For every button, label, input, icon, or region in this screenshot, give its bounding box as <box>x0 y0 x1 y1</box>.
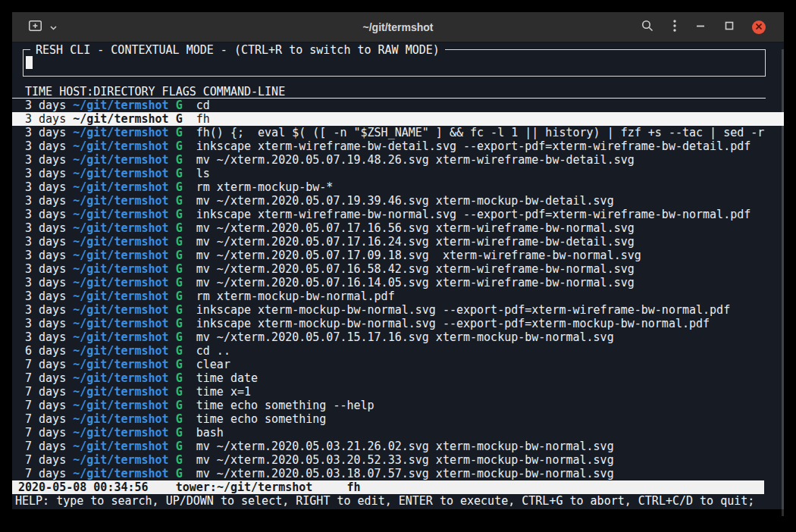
row-time: 7 days <box>25 440 66 453</box>
history-row[interactable]: 7 days ~/git/termshot G bash <box>12 426 784 440</box>
row-flag: G <box>176 399 183 412</box>
row-command: mv ~/xterm.2020.05.07.17.16.56.svg xterm… <box>196 221 635 235</box>
row-command: mv ~/xterm.2020.05.03.18.07.57.svg xterm… <box>196 467 614 480</box>
row-flag: G <box>176 385 183 399</box>
terminal-window: ~/git/termshot <box>12 12 784 509</box>
row-directory: ~/git/termshot <box>73 317 168 330</box>
history-row[interactable]: 7 days ~/git/termshot G time x=1 <box>12 385 784 399</box>
row-command: inkscape xterm-wireframe-bw-normal.svg -… <box>196 208 751 221</box>
history-row[interactable]: 7 days ~/git/termshot G time echo someth… <box>12 412 784 426</box>
history-row[interactable]: 7 days ~/git/termshot G time date <box>12 371 784 385</box>
history-row[interactable]: 7 days ~/git/termshot G mv ~/xterm.2020.… <box>12 467 784 480</box>
row-directory: ~/git/termshot <box>73 112 168 126</box>
row-flag: G <box>176 358 183 371</box>
row-flag: G <box>176 208 183 221</box>
scrollbar[interactable] <box>782 49 784 516</box>
row-time: 3 days <box>25 126 66 139</box>
row-time: 3 days <box>25 262 66 276</box>
history-row[interactable]: 7 days ~/git/termshot G time echo someth… <box>12 399 784 412</box>
row-directory: ~/git/termshot <box>73 330 168 344</box>
row-command: mv ~/xterm.2020.05.07.19.48.26.svg xterm… <box>196 153 635 167</box>
restore-button[interactable] <box>723 20 735 34</box>
history-row[interactable]: 3 days ~/git/termshot G fh() {; eval $( … <box>12 126 784 139</box>
row-directory: ~/git/termshot <box>73 440 168 453</box>
history-row[interactable]: 3 days ~/git/termshot G inkscape xterm-m… <box>12 303 784 317</box>
row-command: mv ~/xterm.2020.05.07.17.16.24.svg xterm… <box>196 235 635 249</box>
row-flag: G <box>176 276 183 289</box>
row-command: mv ~/xterm.2020.05.03.20.52.33.svg xterm… <box>196 453 614 467</box>
history-row[interactable]: 3 days ~/git/termshot G rm xterm-mockup-… <box>12 180 784 194</box>
history-row[interactable]: 6 days ~/git/termshot G cd .. <box>12 344 784 358</box>
row-directory: ~/git/termshot <box>73 126 168 139</box>
row-flag: G <box>176 112 183 126</box>
history-row[interactable]: 3 days ~/git/termshot G mv ~/xterm.2020.… <box>12 153 784 167</box>
history-row[interactable]: 3 days ~/git/termshot G mv ~/xterm.2020.… <box>12 249 784 262</box>
row-directory: ~/git/termshot <box>73 303 168 317</box>
row-time: 3 days <box>25 139 66 153</box>
row-command: fh() {; eval $( ([ -n "$ZSH_NAME" ] && f… <box>196 126 765 139</box>
history-row[interactable]: 7 days ~/git/termshot G mv ~/xterm.2020.… <box>12 453 784 467</box>
row-time: 7 days <box>25 453 66 467</box>
row-time: 3 days <box>25 289 66 303</box>
row-directory: ~/git/termshot <box>73 249 168 262</box>
search-icon <box>641 20 653 34</box>
history-header: TIME HOST:DIRECTORY FLAGS COMMAND-LINE <box>12 85 766 99</box>
resh-search-box[interactable]: RESH CLI - CONTEXTUAL MODE - (CTRL+R to … <box>23 49 766 77</box>
row-command: rm xterm-mockup-bw-normal.pdf <box>196 289 395 303</box>
help-bar: HELP: type to search, UP/DOWN to select,… <box>12 494 784 508</box>
row-directory: ~/git/termshot <box>73 194 168 208</box>
row-flag: G <box>176 453 183 467</box>
new-tab-button[interactable] <box>27 19 43 35</box>
minimize-button[interactable] <box>694 20 707 34</box>
history-row[interactable]: 3 days ~/git/termshot G mv ~/xterm.2020.… <box>12 235 784 249</box>
history-row[interactable]: 3 days ~/git/termshot G mv ~/xterm.2020.… <box>12 221 784 235</box>
kebab-menu-icon <box>673 20 676 34</box>
row-time: 7 days <box>25 371 66 385</box>
row-flag: G <box>176 317 183 330</box>
search-button[interactable] <box>640 18 655 36</box>
history-row[interactable]: 7 days ~/git/termshot G clear <box>12 358 784 371</box>
row-time: 6 days <box>25 344 66 358</box>
history-row[interactable]: 3 days ~/git/termshot G mv ~/xterm.2020.… <box>12 276 784 289</box>
row-flag: G <box>176 330 183 344</box>
row-flag: G <box>176 467 183 480</box>
row-time: 3 days <box>25 303 66 317</box>
history-row[interactable]: 3 days ~/git/termshot G inkscape xterm-m… <box>12 317 784 330</box>
row-directory: ~/git/termshot <box>73 262 168 276</box>
restore-icon <box>725 21 734 33</box>
row-command: cd .. <box>196 344 230 358</box>
row-command: inkscape xterm-mockup-bw-normal.svg --ex… <box>196 303 730 317</box>
terminal-screen[interactable]: RESH CLI - CONTEXTUAL MODE - (CTRL+R to … <box>12 49 784 516</box>
history-row[interactable]: 7 days ~/git/termshot G mv ~/xterm.2020.… <box>12 440 784 453</box>
row-flag: G <box>176 139 183 153</box>
row-command: clear <box>196 358 230 371</box>
row-command: mv ~/xterm.2020.05.03.21.26.02.svg xterm… <box>196 440 614 453</box>
menu-button[interactable] <box>672 18 678 36</box>
status-bar: 2020-05-08 00:34:56 tower:~/git/termshot… <box>12 480 764 494</box>
history-row[interactable]: 3 days ~/git/termshot G mv ~/xterm.2020.… <box>12 330 784 344</box>
row-flag: G <box>176 440 183 453</box>
close-button[interactable] <box>752 20 766 34</box>
row-command: mv ~/xterm.2020.05.07.17.09.18.svg xterm… <box>196 249 641 262</box>
row-flag: G <box>176 126 183 139</box>
row-time: 3 days <box>25 167 66 180</box>
history-row[interactable]: 3 days ~/git/termshot G ls <box>12 167 784 180</box>
minimize-icon <box>696 21 705 33</box>
history-row[interactable]: 3 days ~/git/termshot G cd <box>12 99 784 112</box>
row-time: 7 days <box>25 399 66 412</box>
row-time: 7 days <box>25 385 66 399</box>
row-flag: G <box>176 289 183 303</box>
history-row[interactable]: 3 days ~/git/termshot G mv ~/xterm.2020.… <box>12 262 784 276</box>
history-row[interactable]: 3 days ~/git/termshot G rm xterm-mockup-… <box>12 289 784 303</box>
row-time: 7 days <box>25 412 66 426</box>
row-time: 7 days <box>25 467 66 480</box>
tab-dropdown-button[interactable] <box>49 20 58 34</box>
history-row[interactable]: 3 days ~/git/termshot G fh <box>12 112 784 126</box>
titlebar: ~/git/termshot <box>12 12 784 42</box>
history-row[interactable]: 3 days ~/git/termshot G inkscape xterm-w… <box>12 208 784 221</box>
row-directory: ~/git/termshot <box>73 467 168 480</box>
history-row[interactable]: 3 days ~/git/termshot G inkscape xterm-w… <box>12 139 784 153</box>
row-time: 3 days <box>25 249 66 262</box>
row-command: fh <box>196 112 210 126</box>
history-row[interactable]: 3 days ~/git/termshot G mv ~/xterm.2020.… <box>12 194 784 208</box>
